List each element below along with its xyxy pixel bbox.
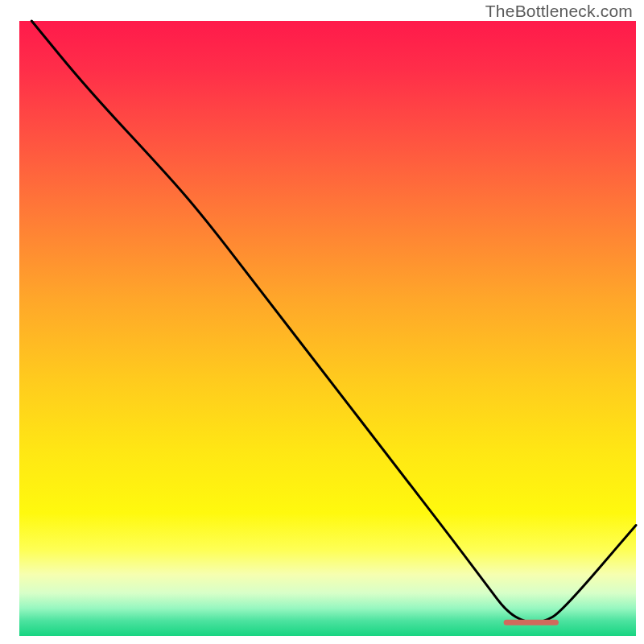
bottleneck-chart [0,0,644,644]
watermark-text: TheBottleneck.com [485,2,633,21]
